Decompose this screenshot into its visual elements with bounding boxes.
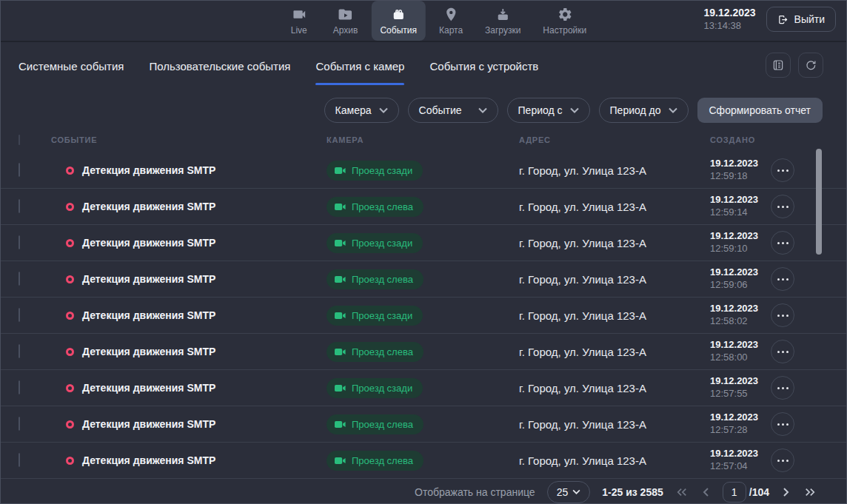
event-status-icon bbox=[66, 457, 74, 465]
created-cell: 19.12.2023 12:59:10 bbox=[710, 230, 771, 255]
row-actions-button[interactable] bbox=[771, 376, 794, 400]
camera-badge[interactable]: Проезд сзади bbox=[327, 161, 423, 181]
chevron-down-icon bbox=[669, 107, 677, 113]
camera-badge[interactable]: Проезд слева bbox=[327, 269, 424, 289]
chevron-down-icon bbox=[570, 107, 579, 113]
event-address: г. Город, ул. Улица 123-А bbox=[519, 382, 710, 394]
row-actions-button[interactable] bbox=[771, 448, 794, 472]
row-checkbox[interactable] bbox=[19, 453, 20, 467]
created-cell: 19.12.2023 12:58:02 bbox=[710, 303, 771, 328]
camera-badge[interactable]: Проезд слева bbox=[327, 197, 424, 217]
report-journal-button[interactable] bbox=[766, 53, 791, 78]
tab-user-events[interactable]: Пользовательские события bbox=[149, 60, 290, 85]
generate-report-button[interactable]: Сформировать отчет bbox=[697, 98, 823, 123]
event-status-icon bbox=[66, 239, 74, 247]
event-filter-dropdown[interactable]: Событие bbox=[408, 98, 498, 123]
prev-page-button[interactable] bbox=[699, 486, 712, 498]
tab-device-events[interactable]: События с устройств bbox=[429, 60, 538, 85]
row-checkbox[interactable] bbox=[19, 235, 20, 249]
table-row[interactable]: Детекция движения SMTP Проезд сзади г. Г… bbox=[1, 370, 846, 406]
created-cell: 19.12.2023 12:57:28 bbox=[710, 411, 771, 437]
logout-icon bbox=[777, 14, 789, 25]
nav-item-settings[interactable]: Настройки bbox=[534, 1, 595, 41]
row-actions-button[interactable] bbox=[771, 267, 794, 291]
page-size-select[interactable]: 25 bbox=[547, 481, 591, 503]
row-actions-button[interactable] bbox=[771, 158, 794, 182]
camera-badge[interactable]: Проезд сзади bbox=[327, 378, 423, 398]
first-page-button[interactable] bbox=[675, 486, 689, 498]
camera-badge[interactable]: Проезд сзади bbox=[327, 306, 423, 326]
tab-system-events[interactable]: Системные события bbox=[19, 60, 124, 85]
period-to-dropdown[interactable]: Период до bbox=[599, 98, 689, 123]
tab-camera-events[interactable]: События с камер bbox=[315, 60, 404, 85]
event-address: г. Город, ул. Улица 123-А bbox=[519, 164, 710, 177]
camera-badge[interactable]: Проезд слева bbox=[327, 414, 424, 434]
table-row[interactable]: Детекция движения SMTP Проезд слева г. Г… bbox=[1, 334, 846, 370]
camera-icon bbox=[335, 275, 346, 283]
period-from-dropdown[interactable]: Период с bbox=[507, 98, 590, 123]
created-date: 19.12.2023 bbox=[710, 303, 771, 315]
main-nav: Live Архив События Карта Загрузки Настро… bbox=[278, 1, 595, 41]
logout-button[interactable]: Выйти bbox=[766, 7, 836, 32]
created-time: 12:59:06 bbox=[710, 279, 771, 292]
nav-item-events[interactable]: События bbox=[371, 1, 426, 41]
downloads-icon bbox=[495, 7, 511, 22]
table-row[interactable]: Детекция движения SMTP Проезд слева г. Г… bbox=[1, 261, 846, 298]
page-size-value: 25 bbox=[557, 486, 569, 498]
row-actions-button[interactable] bbox=[771, 231, 794, 255]
created-date: 19.12.2023 bbox=[710, 448, 771, 460]
period-from-label: Период с bbox=[518, 104, 563, 116]
table-row[interactable]: Детекция движения SMTP Проезд слева г. Г… bbox=[1, 406, 846, 443]
camera-icon bbox=[335, 203, 346, 211]
row-actions-button[interactable] bbox=[771, 340, 794, 363]
table-row[interactable]: Детекция движения SMTP Проезд сзади г. Г… bbox=[1, 152, 846, 189]
created-cell: 19.12.2023 12:57:04 bbox=[710, 448, 771, 473]
table-row[interactable]: Детекция движения SMTP Проезд слева г. Г… bbox=[1, 443, 846, 479]
row-checkbox[interactable] bbox=[19, 308, 20, 322]
camera-badge[interactable]: Проезд сзади bbox=[327, 233, 423, 253]
created-time: 12:59:10 bbox=[710, 243, 771, 255]
logout-label: Выйти bbox=[794, 13, 825, 25]
event-name: Детекция движения SMTP bbox=[82, 237, 215, 249]
camera-badge[interactable]: Проезд слева bbox=[327, 342, 424, 362]
camera-name: Проезд слева bbox=[352, 455, 413, 466]
created-cell: 19.12.2023 12:59:18 bbox=[710, 158, 771, 183]
created-date: 19.12.2023 bbox=[710, 375, 771, 388]
row-checkbox[interactable] bbox=[19, 199, 20, 213]
row-actions-button[interactable] bbox=[771, 412, 794, 436]
event-name: Детекция движения SMTP bbox=[82, 418, 215, 430]
created-cell: 19.12.2023 12:59:06 bbox=[710, 266, 771, 292]
nav-item-downloads[interactable]: Загрузки bbox=[476, 1, 529, 41]
camera-filter-dropdown[interactable]: Камера bbox=[324, 98, 399, 123]
nav-label: Архив bbox=[333, 25, 358, 36]
table-row[interactable]: Детекция движения SMTP Проезд сзади г. Г… bbox=[1, 298, 846, 334]
nav-item-map[interactable]: Карта bbox=[430, 1, 472, 41]
vertical-scrollbar[interactable] bbox=[816, 149, 822, 255]
current-time: 13:14:38 bbox=[703, 20, 755, 32]
camera-badge[interactable]: Проезд слева bbox=[327, 451, 424, 471]
chevron-right-icon bbox=[781, 488, 791, 497]
next-page-button[interactable] bbox=[780, 486, 793, 498]
row-checkbox[interactable] bbox=[19, 344, 20, 358]
event-status-icon bbox=[66, 203, 74, 211]
nav-item-live[interactable]: Live bbox=[278, 1, 320, 41]
nav-item-archive[interactable]: Архив bbox=[324, 1, 367, 41]
row-checkbox[interactable] bbox=[19, 417, 20, 431]
created-time: 12:59:14 bbox=[710, 206, 771, 219]
refresh-button[interactable] bbox=[798, 53, 823, 78]
row-checkbox[interactable] bbox=[19, 163, 20, 177]
settings-icon bbox=[557, 7, 572, 22]
current-page-input[interactable]: 1 bbox=[723, 482, 746, 503]
row-actions-button[interactable] bbox=[771, 195, 794, 218]
table-row[interactable]: Детекция движения SMTP Проезд слева г. Г… bbox=[1, 189, 846, 225]
table-row[interactable]: Детекция движения SMTP Проезд сзади г. Г… bbox=[1, 225, 846, 261]
created-time: 12:57:28 bbox=[710, 424, 771, 437]
camera-name: Проезд слева bbox=[352, 274, 413, 285]
row-checkbox[interactable] bbox=[19, 380, 20, 394]
last-page-button[interactable] bbox=[803, 486, 817, 498]
select-all-checkbox[interactable] bbox=[19, 135, 20, 145]
row-actions-button[interactable] bbox=[771, 303, 794, 327]
row-checkbox[interactable] bbox=[19, 272, 20, 286]
event-status-icon bbox=[66, 348, 74, 356]
camera-name: Проезд сзади bbox=[352, 165, 412, 176]
